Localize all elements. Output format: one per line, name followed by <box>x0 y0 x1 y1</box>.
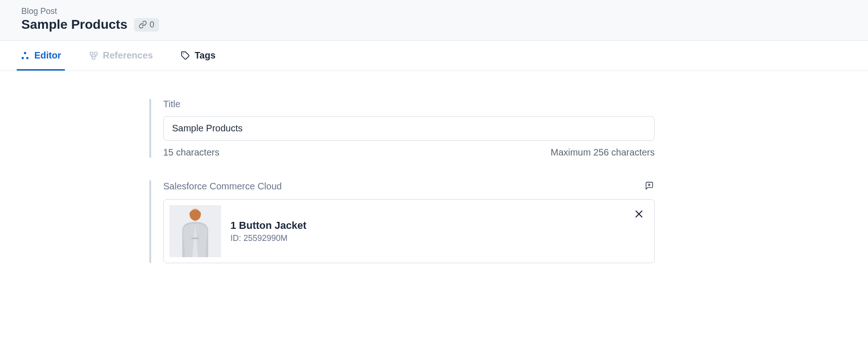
title-field-label: Title <box>163 99 655 110</box>
entry-thumbnail <box>169 205 221 257</box>
add-comment-icon <box>645 181 654 190</box>
tags-icon <box>181 51 190 60</box>
field-indicator <box>149 180 151 263</box>
tab-editor-label: Editor <box>34 50 61 61</box>
svg-rect-11 <box>191 238 199 239</box>
svg-point-1 <box>22 57 24 59</box>
incoming-links-count: 0 <box>150 20 154 30</box>
svg-point-0 <box>24 52 26 54</box>
commerce-entry-card[interactable]: 1 Button Jacket ID: 25592990M <box>163 199 655 263</box>
tabs: Editor References Tags <box>0 41 868 71</box>
title-input[interactable] <box>163 116 655 141</box>
content-type-label: Blog Post <box>21 6 159 16</box>
tab-references-label: References <box>103 50 153 61</box>
entry-id: ID: 25592990M <box>230 233 623 243</box>
title-max-chars: Maximum 256 characters <box>550 147 655 158</box>
page-title: Sample Products <box>21 17 128 32</box>
entry-title: 1 Button Jacket <box>230 220 623 232</box>
breadcrumb: Blog Post Sample Products 0 <box>21 6 868 32</box>
svg-rect-3 <box>90 52 93 55</box>
page-header: Blog Post Sample Products 0 <box>0 0 868 41</box>
tab-tags-label: Tags <box>195 50 216 61</box>
svg-point-2 <box>26 57 29 59</box>
title-field: Title 15 characters Maximum 256 characte… <box>0 99 658 158</box>
title-char-count: 15 characters <box>163 147 219 158</box>
incoming-links-badge[interactable]: 0 <box>134 18 159 32</box>
svg-rect-4 <box>94 52 97 55</box>
close-icon <box>634 209 644 219</box>
svg-rect-5 <box>92 56 95 59</box>
entry-text: 1 Button Jacket ID: 25592990M <box>230 220 623 243</box>
editor-form: Title 15 characters Maximum 256 characte… <box>0 71 658 304</box>
link-icon <box>139 20 147 29</box>
references-icon <box>89 51 98 60</box>
tab-references: References <box>85 41 157 71</box>
add-entry-button[interactable] <box>644 180 655 193</box>
editor-icon <box>20 51 30 60</box>
commerce-field: Salesforce Commerce Cloud <box>0 180 658 263</box>
field-indicator <box>149 99 151 158</box>
tab-editor[interactable]: Editor <box>17 41 65 71</box>
tab-tags[interactable]: Tags <box>177 41 219 71</box>
remove-entry-button[interactable] <box>632 207 646 222</box>
commerce-field-label: Salesforce Commerce Cloud <box>163 181 282 192</box>
